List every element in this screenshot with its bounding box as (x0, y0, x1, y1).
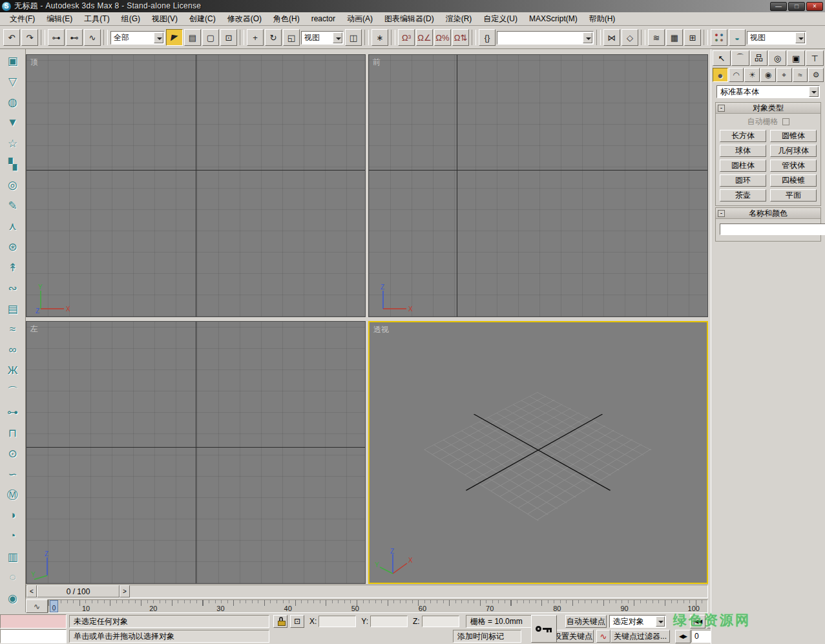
viewport-top[interactable]: 顶 Y X Z (26, 54, 366, 317)
menu-reactor[interactable]: reactor (306, 13, 341, 25)
hierarchy-tab[interactable]: 品 (750, 50, 768, 66)
time-slider-thumb[interactable]: 0 / 100 (37, 585, 120, 597)
next-frame-arrow[interactable]: > (120, 585, 130, 597)
named-selection-sets-button[interactable]: {} (479, 29, 496, 46)
cloth-icon[interactable]: ▽ (3, 72, 23, 91)
select-and-rotate-button[interactable]: ↻ (265, 29, 282, 46)
menu-create[interactable]: 创建(C) (183, 12, 222, 26)
spline-worm-icon[interactable]: ∽ (3, 464, 23, 484)
cone-button[interactable]: 圆锥体 (770, 130, 817, 142)
dropdown-arrow-icon[interactable] (583, 32, 592, 43)
set-keys-button[interactable] (531, 615, 557, 643)
modify-tab[interactable]: ⌒ (731, 50, 749, 66)
viewport-top-label[interactable]: 顶 (30, 57, 38, 68)
y-coordinate-field[interactable] (370, 616, 408, 627)
select-by-name-button[interactable]: ▤ (184, 29, 201, 46)
utilities-tab[interactable]: ⊤ (806, 50, 824, 66)
menu-animation[interactable]: 动画(A) (341, 12, 379, 26)
bricks-icon[interactable]: ▤ (3, 299, 23, 318)
material-editor-button[interactable]: ● (711, 29, 727, 46)
plane-button[interactable]: 平面 (770, 189, 817, 202)
time-slider[interactable]: < 0 / 100 > (26, 585, 708, 598)
select-and-link-button[interactable]: ⊶ (48, 29, 65, 46)
menu-edit[interactable]: 编辑(E) (41, 12, 78, 26)
viewport-left-label[interactable]: 左 (30, 324, 38, 335)
spinner-top-icon[interactable]: ▼ (3, 113, 23, 132)
primitive-type-dropdown[interactable]: 标准基本体 (716, 85, 820, 98)
select-and-move-button[interactable]: + (247, 29, 264, 46)
mini-curve-editor-button[interactable]: ∿ (26, 599, 48, 613)
menu-group[interactable]: 组(G) (116, 12, 146, 26)
motion-tab[interactable]: ◎ (768, 50, 786, 66)
dropdown-arrow-icon[interactable] (795, 32, 805, 43)
curve-editor-button[interactable]: ▦ (666, 29, 683, 46)
angle-snap-button[interactable]: Ω∠ (416, 29, 433, 46)
viewport-left[interactable]: 左 Z Y (26, 321, 366, 584)
systems-category[interactable]: ⚙ (808, 68, 824, 82)
percent-snap-button[interactable]: Ω% (434, 29, 451, 46)
space-warps-category[interactable]: ≈ (793, 68, 808, 82)
create-tab[interactable]: ↖ (713, 50, 731, 66)
director-chair-icon[interactable]: ⊓ (3, 423, 23, 442)
cameras-category[interactable]: ◉ (760, 68, 776, 82)
lock-selection-toggle[interactable] (273, 615, 287, 628)
star-icon[interactable]: ☆ (3, 134, 23, 153)
menu-help[interactable]: 帮助(H) (583, 12, 621, 26)
menu-maxscript[interactable]: MAXScript(M) (523, 13, 583, 25)
ball-material-icon[interactable]: ◑ (3, 506, 23, 525)
menu-customize[interactable]: 自定义(U) (477, 12, 523, 26)
dropdown-arrow-icon[interactable] (809, 87, 819, 97)
cloth-material-icon[interactable]: Ⓜ (3, 485, 23, 504)
autogrid-checkbox[interactable] (782, 118, 789, 125)
current-frame-marker[interactable]: 0 (50, 600, 58, 612)
selection-filter-dropdown[interactable]: 全部 (110, 31, 165, 45)
window-crossing-toggle-button[interactable]: ⊡ (220, 29, 237, 46)
render-type-dropdown[interactable]: 视图 (747, 31, 806, 45)
bind-to-space-warp-button[interactable]: ∿ (84, 29, 101, 46)
name-and-color-rollout-header[interactable]: - 名称和颜色 (716, 208, 820, 219)
go-to-start-button[interactable]: |◀◀ (690, 615, 705, 628)
knot-icon[interactable]: ∞ (3, 340, 23, 360)
named-selection-dropdown[interactable] (497, 31, 594, 45)
dropdown-arrow-icon[interactable] (333, 32, 342, 43)
helpers-category[interactable]: ⌖ (777, 68, 792, 82)
rings-icon[interactable]: ◎ (3, 175, 23, 194)
select-and-manipulate-button[interactable]: ∗ (371, 29, 388, 46)
add-time-tag[interactable]: 添加时间标记 (453, 630, 521, 643)
render-scene-button[interactable]: ◒ (729, 29, 746, 46)
camera-target-icon[interactable]: ◉ (3, 588, 23, 608)
track-bar-ruler[interactable]: 0 10 20 30 40 50 60 70 80 (48, 599, 708, 613)
select-and-scale-button[interactable]: ◱ (283, 29, 300, 46)
undo-button[interactable]: ↶ (3, 29, 20, 46)
key-filters-button[interactable]: 关键点过滤器... (611, 630, 670, 643)
lights-category[interactable]: ☀ (744, 68, 760, 82)
beach-ball-icon[interactable]: ◍ (3, 92, 23, 112)
auto-key-button[interactable]: 自动关键点 (565, 615, 607, 628)
shapes-category[interactable]: ◠ (729, 68, 744, 82)
box-button[interactable]: 长方体 (720, 130, 766, 142)
reference-coordinate-dropdown[interactable]: 视图 (301, 31, 344, 45)
menu-tools[interactable]: 工具(T) (78, 12, 115, 26)
dialog-icon[interactable]: ▥ (3, 547, 23, 566)
weathervane-icon[interactable]: ↟ (3, 258, 23, 277)
teapot-button[interactable]: 茶壶 (720, 189, 766, 202)
use-pivot-point-center-button[interactable]: ◫ (345, 29, 362, 46)
checker-icon[interactable]: ▚ (3, 154, 23, 174)
marker-pen-icon[interactable]: ✎ (3, 196, 23, 215)
array-boxes-icon[interactable]: ▣ (3, 51, 23, 70)
layer-manager-button[interactable]: ≋ (648, 29, 665, 46)
set-key-button[interactable]: 设置关键点 (552, 630, 594, 643)
viewport-front-label[interactable]: 前 (373, 57, 381, 68)
mirror-button[interactable]: ⋈ (603, 29, 620, 46)
menu-rendering[interactable]: 渲染(R) (440, 12, 478, 26)
biped-icon[interactable]: Ж (3, 361, 23, 380)
dropdown-arrow-icon[interactable] (154, 32, 163, 43)
tube-button[interactable]: 管状体 (770, 160, 817, 172)
selection-set-dropdown[interactable]: 选定对象 (609, 615, 666, 628)
gear-icon[interactable]: ⊛ (3, 237, 23, 256)
minimize-button[interactable]: — (770, 2, 787, 11)
menu-file[interactable]: 文件(F) (4, 12, 41, 26)
dropdown-arrow-icon[interactable] (656, 616, 665, 627)
menu-modifiers[interactable]: 修改器(O) (222, 12, 267, 26)
object-name-field[interactable] (720, 223, 825, 235)
